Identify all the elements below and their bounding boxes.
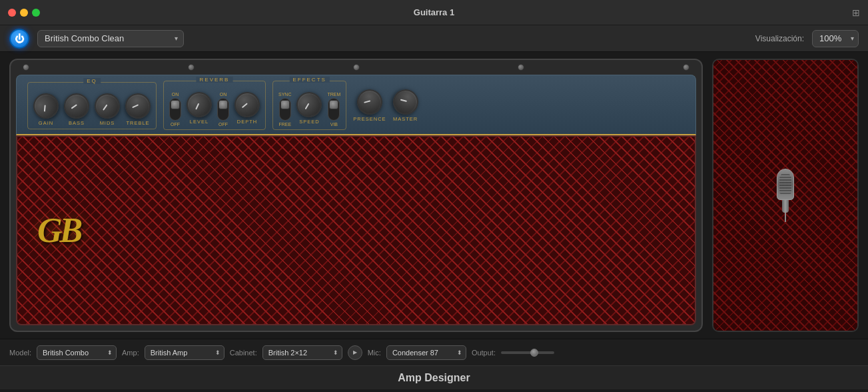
preset-value: British Combo Clean <box>45 33 124 43</box>
chevron-down-icon: ▾ <box>851 35 854 42</box>
screws-row <box>11 60 701 75</box>
effects-off-label: OFF <box>218 122 228 127</box>
reverb-section: REVERB ON OFF LEVEL ON <box>163 81 266 130</box>
gain-label: GAIN <box>39 120 53 126</box>
mic-dropdown[interactable]: Condenser 87 ⬍ <box>386 345 466 360</box>
speed-label: SPEED <box>299 119 319 125</box>
chevron-down-icon: ⬍ <box>457 349 462 356</box>
effects-toggle-group: ON OFF <box>217 92 229 127</box>
presence-label: PRESENCE <box>353 116 386 122</box>
mic-label: Mic: <box>368 349 381 357</box>
cabinet-display <box>712 59 859 332</box>
gain-knob[interactable] <box>28 88 64 124</box>
traffic-lights <box>8 9 40 17</box>
bass-group: BASS <box>64 93 89 126</box>
footer-title: Amp Designer <box>398 372 470 384</box>
effects-toggle[interactable] <box>217 98 229 121</box>
output-label: Output: <box>472 349 496 357</box>
reverb-off-label: OFF <box>171 122 180 127</box>
effects-label: EFFECTS <box>289 77 329 83</box>
footer: Amp Designer <box>0 365 868 389</box>
amp-label: Amp: <box>122 349 139 357</box>
toggle-tip <box>171 100 180 109</box>
amp-logo: GB <box>37 211 80 250</box>
bass-label: BASS <box>69 120 85 126</box>
expand-icon[interactable]: ⊞ <box>852 7 860 18</box>
viz-dropdown[interactable]: 100% ▾ <box>812 30 859 47</box>
main-area: EQ GAIN BASS MIDS TREBL <box>0 52 868 339</box>
amp-dropdown[interactable]: British Amp ⬍ <box>145 345 224 360</box>
trem-vib-toggle[interactable] <box>328 98 340 121</box>
reverb-label: REVERB <box>197 77 233 83</box>
viz-value: 100% <box>819 33 841 43</box>
preset-dropdown[interactable]: British Combo Clean ▾ <box>37 30 184 47</box>
mids-group: MIDS <box>95 93 120 126</box>
cabinet-dropdown[interactable]: British 2×12 ⬍ <box>262 345 342 360</box>
chevron-down-icon: ▾ <box>175 35 178 42</box>
speed-group: SPEED <box>296 92 322 127</box>
sync-toggle-group: SYNC FREE <box>278 92 291 127</box>
knobs-container: EQ GAIN BASS MIDS TREBL <box>27 81 685 130</box>
toolbar: ⏻ British Combo Clean ▾ Visualización: 1… <box>0 25 868 52</box>
master-label: MASTER <box>393 116 418 122</box>
mic-head <box>777 169 794 200</box>
chevron-down-icon: ⬍ <box>333 349 338 356</box>
window-title: Guitarra 1 <box>414 7 454 17</box>
power-button[interactable]: ⏻ <box>9 29 29 49</box>
reverb-on-label: ON <box>172 92 179 97</box>
chevron-down-icon: ⬍ <box>215 349 220 356</box>
free-label: FREE <box>278 122 291 127</box>
model-dropdown[interactable]: British Combo ⬍ <box>37 345 117 360</box>
reverb-toggle[interactable] <box>169 98 181 121</box>
screw <box>188 64 195 71</box>
sync-label: SYNC <box>278 92 291 97</box>
minimize-button[interactable] <box>20 9 28 17</box>
vib-label: VIB <box>330 122 338 127</box>
screw <box>23 64 29 71</box>
level-knob[interactable] <box>183 89 216 121</box>
treble-knob[interactable] <box>122 89 155 122</box>
screw <box>353 64 360 71</box>
mic-body <box>782 200 789 213</box>
depth-group: DEPTH <box>234 92 260 127</box>
gain-group: GAIN <box>33 93 59 126</box>
amp-body: EQ GAIN BASS MIDS TREBL <box>9 59 703 332</box>
screw <box>518 64 524 71</box>
treble-group: TREBLE <box>125 93 151 126</box>
cabinet-label: Cabinet: <box>230 349 257 357</box>
master-knob[interactable] <box>388 85 423 119</box>
level-group: LEVEL <box>187 92 212 127</box>
effects-on-label: ON <box>220 92 227 97</box>
effects-section: EFFECTS SYNC FREE SPEED TREM <box>272 81 346 130</box>
sync-toggle[interactable] <box>279 98 291 121</box>
speed-knob[interactable] <box>294 89 325 121</box>
slider-thumb[interactable] <box>530 349 538 357</box>
depth-knob[interactable] <box>233 91 260 118</box>
viz-label: Visualización: <box>755 34 804 43</box>
mids-knob[interactable] <box>93 91 122 120</box>
model-label: Model: <box>9 349 31 357</box>
play-button[interactable]: ▶ <box>348 345 362 360</box>
model-value: British Combo <box>43 349 89 357</box>
output-slider[interactable] <box>501 351 554 354</box>
level-label: LEVEL <box>190 119 209 125</box>
maximize-button[interactable] <box>32 9 40 17</box>
play-icon: ▶ <box>353 349 357 355</box>
slider-track <box>501 351 554 354</box>
presence-knob[interactable] <box>352 85 387 119</box>
cabinet-value: British 2×12 <box>268 349 307 357</box>
chevron-down-icon: ⬍ <box>107 349 113 356</box>
treble-label: TREBLE <box>126 120 149 126</box>
eq-section: EQ GAIN BASS MIDS TREBL <box>27 82 157 129</box>
depth-label: DEPTH <box>237 119 257 125</box>
master-group: MASTER <box>393 89 418 122</box>
bass-knob[interactable] <box>62 91 91 120</box>
toggle-tip <box>329 100 338 109</box>
microphone <box>775 169 795 222</box>
trem-vib-toggle-group: TREM VIB <box>327 92 340 127</box>
close-button[interactable] <box>8 9 16 17</box>
mids-label: MIDS <box>100 120 115 126</box>
cabinet-grille <box>713 60 857 331</box>
toggle-tip <box>280 100 290 109</box>
title-bar: Guitarra 1 ⊞ <box>0 0 868 25</box>
